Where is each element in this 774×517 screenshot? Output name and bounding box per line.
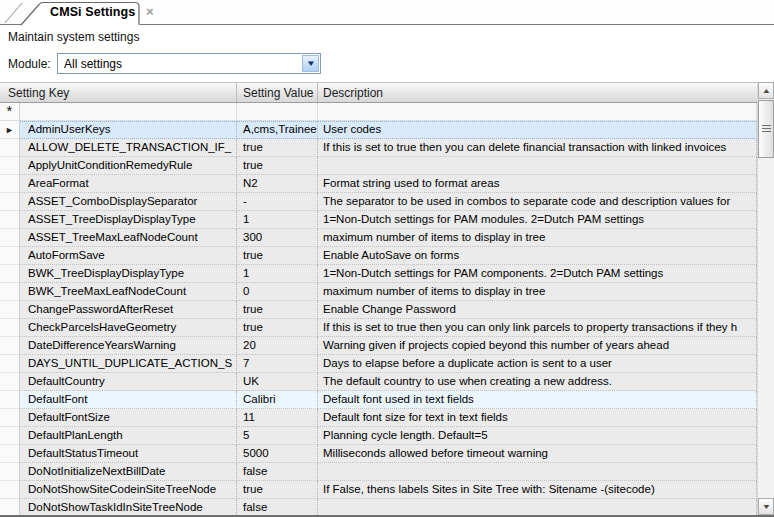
table-row[interactable]: DAYS_UNTIL_DUPLICATE_ACTION_S 7 Days to … <box>0 355 757 373</box>
table-row[interactable]: ASSET_TreeMaxLeafNodeCount 300 maximum n… <box>0 229 757 247</box>
setting-value-cell[interactable]: true <box>237 157 318 175</box>
setting-value-cell[interactable]: 0 <box>237 283 318 301</box>
new-row[interactable]: * <box>0 103 757 121</box>
description-cell[interactable]: Default font used in text fields <box>318 391 757 409</box>
setting-value-cell[interactable]: 5000 <box>237 445 318 463</box>
column-header-setting-value[interactable]: Setting Value <box>237 83 318 102</box>
new-row-desc-cell[interactable] <box>318 103 757 121</box>
setting-value-cell[interactable]: Calibri <box>237 391 318 409</box>
setting-value-cell[interactable]: UK <box>237 373 318 391</box>
description-cell[interactable]: Enable Change Password <box>318 301 757 319</box>
setting-key-cell[interactable]: AreaFormat <box>20 175 237 193</box>
table-row[interactable]: ASSET_TreeDisplayDisplayType 1 1=Non-Dut… <box>0 211 757 229</box>
description-cell[interactable]: 1=Non-Dutch settings for PAM components.… <box>318 265 757 283</box>
new-row-key-cell[interactable] <box>20 103 237 121</box>
setting-value-cell[interactable]: true <box>237 319 318 337</box>
setting-key-cell[interactable]: DoNotInitializeNextBillDate <box>20 463 237 481</box>
scroll-down-button[interactable]: ▼ <box>758 498 774 515</box>
table-row[interactable]: DefaultStatusTimeout 5000 Milliseconds a… <box>0 445 757 463</box>
setting-value-cell[interactable]: A,cms,Trainee <box>237 121 318 139</box>
setting-value-cell[interactable]: 11 <box>237 409 318 427</box>
table-row[interactable]: BWK_TreeMaxLeafNodeCount 0 maximum numbe… <box>0 283 757 301</box>
column-header-setting-key[interactable]: Setting Key <box>0 83 237 102</box>
setting-value-cell[interactable]: 1 <box>237 265 318 283</box>
setting-value-cell[interactable]: N2 <box>237 175 318 193</box>
setting-key-cell[interactable]: ChangePasswordAfterReset <box>20 301 237 319</box>
table-row[interactable]: DefaultCountry UK The default country to… <box>0 373 757 391</box>
table-row[interactable]: DefaultPlanLength 5 Planning cycle lengt… <box>0 427 757 445</box>
description-cell[interactable]: Milliseconds allowed before timeout warn… <box>318 445 757 463</box>
new-row-value-cell[interactable] <box>237 103 318 121</box>
table-row[interactable]: DefaultFontSize 11 Default font size for… <box>0 409 757 427</box>
setting-key-cell[interactable]: ApplyUnitConditionRemedyRule <box>20 157 237 175</box>
table-row[interactable]: DateDifferenceYearsWarning 20 Warning gi… <box>0 337 757 355</box>
description-cell[interactable]: Enable AutoSave on forms <box>318 247 757 265</box>
setting-key-cell[interactable]: BWK_TreeDisplayDisplayType <box>20 265 237 283</box>
row-indicator <box>0 481 20 499</box>
description-cell[interactable]: If False, thens labels Sites in Site Tre… <box>318 481 757 499</box>
description-cell[interactable]: The default country to use when creating… <box>318 373 757 391</box>
scroll-up-button[interactable]: ▲ <box>758 82 774 99</box>
setting-value-cell[interactable]: 1 <box>237 211 318 229</box>
module-dropdown[interactable]: All settings ▼ <box>57 53 321 74</box>
tab-cmsi-settings[interactable]: CMSi Settings <box>50 5 135 19</box>
description-cell[interactable]: Format string used to format areas <box>318 175 757 193</box>
vertical-scrollbar[interactable]: ▲ ▼ <box>757 82 774 515</box>
description-cell[interactable]: Default font size for text in text field… <box>318 409 757 427</box>
description-cell[interactable]: Warning given if projects copied beyond … <box>318 337 757 355</box>
setting-key-cell[interactable]: DefaultCountry <box>20 373 237 391</box>
setting-key-cell[interactable]: ASSET_TreeDisplayDisplayType <box>20 211 237 229</box>
tab-close-icon[interactable]: × <box>146 5 154 19</box>
table-row[interactable]: AreaFormat N2 Format string used to form… <box>0 175 757 193</box>
table-row[interactable]: ► AdminUserKeys A,cms,Trainee User codes <box>0 121 757 139</box>
table-row[interactable]: DefaultFont Calibri Default font used in… <box>0 391 757 409</box>
setting-key-cell[interactable]: CheckParcelsHaveGeometry <box>20 319 237 337</box>
setting-value-cell[interactable]: 5 <box>237 427 318 445</box>
description-cell[interactable]: 1=Non-Dutch settings for PAM modules. 2=… <box>318 211 757 229</box>
setting-key-cell[interactable]: ASSET_ComboDisplaySeparator <box>20 193 237 211</box>
setting-value-cell[interactable]: true <box>237 481 318 499</box>
setting-key-cell[interactable]: DefaultFont <box>20 391 237 409</box>
setting-key-cell[interactable]: DoNotShowSiteCodeinSiteTreeNode <box>20 481 237 499</box>
description-cell[interactable]: maximum number of items to display in tr… <box>318 229 757 247</box>
setting-key-cell[interactable]: BWK_TreeMaxLeafNodeCount <box>20 283 237 301</box>
table-row[interactable]: ApplyUnitConditionRemedyRule true <box>0 157 757 175</box>
table-row[interactable]: BWK_TreeDisplayDisplayType 1 1=Non-Dutch… <box>0 265 757 283</box>
setting-key-cell[interactable]: ASSET_TreeMaxLeafNodeCount <box>20 229 237 247</box>
setting-value-cell[interactable]: - <box>237 193 318 211</box>
description-cell[interactable]: User codes <box>318 121 757 139</box>
description-cell[interactable]: If this is set to true then you can dele… <box>318 139 757 157</box>
column-header-description[interactable]: Description <box>318 83 757 102</box>
table-row[interactable]: ASSET_ComboDisplaySeparator - The separa… <box>0 193 757 211</box>
setting-key-cell[interactable]: DateDifferenceYearsWarning <box>20 337 237 355</box>
description-cell[interactable]: Days to elapse before a duplicate action… <box>318 355 757 373</box>
table-row[interactable]: ChangePasswordAfterReset true Enable Cha… <box>0 301 757 319</box>
setting-key-cell[interactable]: DefaultStatusTimeout <box>20 445 237 463</box>
table-row[interactable]: AutoFormSave true Enable AutoSave on for… <box>0 247 757 265</box>
module-dropdown-button[interactable]: ▼ <box>302 55 319 72</box>
setting-value-cell[interactable]: 20 <box>237 337 318 355</box>
table-row[interactable]: ALLOW_DELETE_TRANSACTION_IF_ true If thi… <box>0 139 757 157</box>
setting-value-cell[interactable]: true <box>237 139 318 157</box>
table-row[interactable]: CheckParcelsHaveGeometry true If this is… <box>0 319 757 337</box>
setting-value-cell[interactable]: 7 <box>237 355 318 373</box>
description-cell[interactable]: Planning cycle length. Default=5 <box>318 427 757 445</box>
setting-value-cell[interactable]: true <box>237 301 318 319</box>
description-cell[interactable]: maximum number of items to display in tr… <box>318 283 757 301</box>
table-row[interactable]: DoNotInitializeNextBillDate false <box>0 463 757 481</box>
setting-value-cell[interactable]: true <box>237 247 318 265</box>
table-row[interactable]: DoNotShowSiteCodeinSiteTreeNode true If … <box>0 481 757 499</box>
scrollbar-thumb[interactable] <box>758 100 774 158</box>
setting-value-cell[interactable]: false <box>237 463 318 481</box>
setting-key-cell[interactable]: DAYS_UNTIL_DUPLICATE_ACTION_S <box>20 355 237 373</box>
setting-key-cell[interactable]: ALLOW_DELETE_TRANSACTION_IF_ <box>20 139 237 157</box>
setting-value-cell[interactable]: 300 <box>237 229 318 247</box>
setting-key-cell[interactable]: DefaultPlanLength <box>20 427 237 445</box>
description-cell[interactable]: If this is set to true then you can only… <box>318 319 757 337</box>
setting-key-cell[interactable]: AutoFormSave <box>20 247 237 265</box>
setting-key-cell[interactable]: AdminUserKeys <box>20 121 237 139</box>
description-cell[interactable] <box>318 463 757 481</box>
description-cell[interactable]: The separator to be used in combos to se… <box>318 193 757 211</box>
description-cell[interactable] <box>318 157 757 175</box>
setting-key-cell[interactable]: DefaultFontSize <box>20 409 237 427</box>
